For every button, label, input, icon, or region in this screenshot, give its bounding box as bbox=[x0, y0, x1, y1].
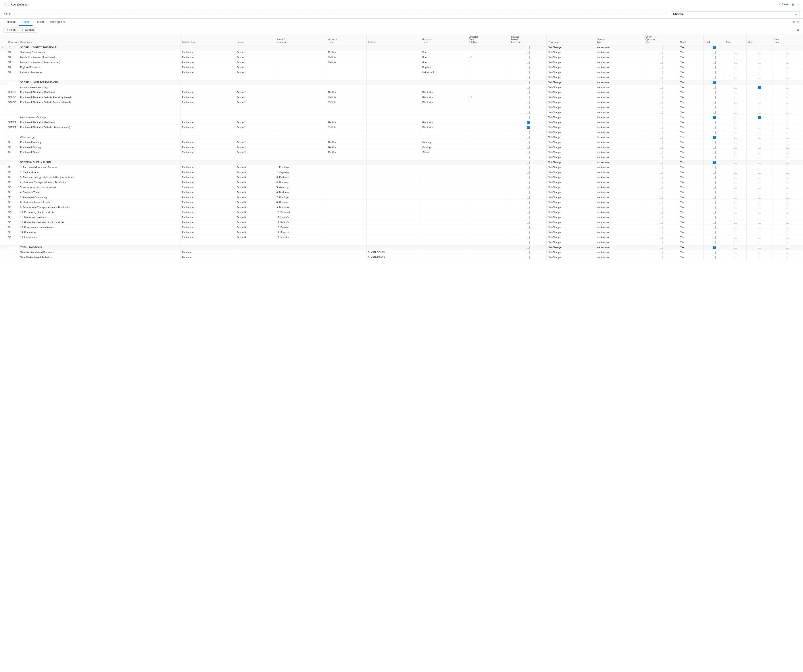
market-checkbox[interactable] bbox=[527, 96, 530, 99]
show-opposite-checkbox[interactable] bbox=[660, 106, 663, 109]
underline-cell[interactable] bbox=[746, 165, 772, 170]
show-opposite-cell[interactable] bbox=[644, 250, 679, 255]
bold-cell[interactable] bbox=[704, 75, 725, 80]
filter-button[interactable]: ▽ bbox=[797, 20, 800, 24]
market-checkbox[interactable] bbox=[527, 81, 530, 84]
italic-cell[interactable] bbox=[725, 100, 746, 105]
new-page-checkbox[interactable] bbox=[786, 91, 789, 94]
market-electricity-cell[interactable] bbox=[510, 190, 547, 195]
italic-cell[interactable] bbox=[725, 70, 746, 75]
bold-cell[interactable] bbox=[704, 230, 725, 235]
italic-cell[interactable] bbox=[725, 220, 746, 225]
show-opposite-checkbox[interactable] bbox=[660, 96, 663, 99]
market-electricity-cell[interactable] bbox=[510, 155, 547, 160]
tab-insert[interactable]: Insert bbox=[34, 19, 47, 26]
show-opposite-checkbox[interactable] bbox=[660, 171, 663, 174]
show-opposite-checkbox[interactable] bbox=[660, 216, 663, 219]
show-opposite-cell[interactable] bbox=[644, 85, 679, 90]
italic-checkbox[interactable] bbox=[734, 51, 737, 54]
italic-checkbox[interactable] bbox=[734, 246, 737, 249]
italic-checkbox[interactable] bbox=[734, 216, 737, 219]
underline-checkbox[interactable] bbox=[758, 126, 761, 129]
show-opposite-cell[interactable] bbox=[644, 245, 679, 250]
underline-cell[interactable] bbox=[746, 175, 772, 180]
underline-checkbox[interactable] bbox=[758, 241, 761, 244]
new-page-cell[interactable] bbox=[772, 110, 803, 115]
italic-checkbox[interactable] bbox=[734, 121, 737, 124]
new-page-cell[interactable] bbox=[772, 210, 803, 215]
italic-checkbox[interactable] bbox=[734, 126, 737, 129]
market-checkbox[interactable] bbox=[527, 91, 530, 94]
bold-checkbox[interactable] bbox=[713, 136, 715, 139]
market-electricity-cell[interactable] bbox=[510, 85, 547, 90]
underline-checkbox[interactable] bbox=[758, 146, 761, 149]
underline-checkbox[interactable] bbox=[758, 226, 761, 229]
italic-checkbox[interactable] bbox=[734, 111, 737, 114]
show-opposite-checkbox[interactable] bbox=[660, 151, 663, 154]
settings-icon-button[interactable]: ⚙ bbox=[796, 28, 800, 32]
italic-checkbox[interactable] bbox=[734, 71, 737, 74]
show-opposite-cell[interactable] bbox=[644, 115, 679, 120]
show-opposite-cell[interactable] bbox=[644, 165, 679, 170]
bold-cell[interactable] bbox=[704, 70, 725, 75]
underline-checkbox[interactable] bbox=[758, 176, 761, 179]
italic-checkbox[interactable] bbox=[734, 206, 737, 209]
new-page-checkbox[interactable] bbox=[786, 166, 789, 169]
italic-checkbox[interactable] bbox=[734, 241, 737, 244]
bold-checkbox[interactable] bbox=[713, 211, 715, 214]
underline-cell[interactable] bbox=[746, 100, 772, 105]
new-page-checkbox[interactable] bbox=[786, 141, 789, 144]
bold-cell[interactable] bbox=[704, 165, 725, 170]
italic-checkbox[interactable] bbox=[734, 161, 737, 164]
italic-cell[interactable] bbox=[725, 180, 746, 185]
bold-checkbox[interactable] bbox=[713, 226, 715, 229]
market-checkbox[interactable] bbox=[527, 186, 530, 189]
new-page-checkbox[interactable] bbox=[786, 221, 789, 224]
show-opposite-checkbox[interactable] bbox=[660, 206, 663, 209]
italic-checkbox[interactable] bbox=[734, 106, 737, 109]
new-page-cell[interactable] bbox=[772, 235, 803, 240]
market-electricity-cell[interactable] bbox=[510, 115, 547, 120]
italic-cell[interactable] bbox=[725, 225, 746, 230]
market-checkbox[interactable] bbox=[527, 156, 530, 159]
show-opposite-checkbox[interactable] bbox=[660, 196, 663, 199]
bold-cell[interactable] bbox=[704, 115, 725, 120]
italic-checkbox[interactable] bbox=[734, 56, 737, 59]
italic-checkbox[interactable] bbox=[734, 81, 737, 84]
bold-checkbox[interactable] bbox=[713, 186, 715, 189]
underline-checkbox[interactable] bbox=[758, 161, 761, 164]
bold-checkbox[interactable] bbox=[713, 141, 715, 144]
market-electricity-cell[interactable] bbox=[510, 160, 547, 165]
market-electricity-cell[interactable] bbox=[510, 220, 547, 225]
bold-checkbox[interactable] bbox=[713, 251, 715, 254]
underline-checkbox[interactable] bbox=[758, 206, 761, 209]
new-page-cell[interactable] bbox=[772, 105, 803, 110]
underline-checkbox[interactable] bbox=[758, 71, 761, 74]
italic-cell[interactable] bbox=[725, 135, 746, 140]
italic-checkbox[interactable] bbox=[734, 91, 737, 94]
underline-checkbox[interactable] bbox=[758, 186, 761, 189]
market-electricity-cell[interactable] bbox=[510, 240, 547, 245]
new-page-cell[interactable] bbox=[772, 155, 803, 160]
new-page-checkbox[interactable] bbox=[786, 191, 789, 194]
bold-cell[interactable] bbox=[704, 125, 725, 130]
market-checkbox[interactable] bbox=[527, 171, 530, 174]
italic-cell[interactable] bbox=[725, 105, 746, 110]
underline-cell[interactable] bbox=[746, 145, 772, 150]
underline-cell[interactable] bbox=[746, 50, 772, 55]
bold-cell[interactable] bbox=[704, 175, 725, 180]
italic-cell[interactable] bbox=[725, 175, 746, 180]
italic-cell[interactable] bbox=[725, 45, 746, 50]
new-page-cell[interactable] bbox=[772, 120, 803, 125]
show-opposite-cell[interactable] bbox=[644, 215, 679, 220]
share-button[interactable]: ⧉ bbox=[793, 20, 795, 24]
underline-cell[interactable] bbox=[746, 95, 772, 100]
show-opposite-checkbox[interactable] bbox=[660, 131, 663, 134]
show-opposite-checkbox[interactable] bbox=[660, 181, 663, 184]
bold-cell[interactable] bbox=[704, 210, 725, 215]
show-opposite-cell[interactable] bbox=[644, 220, 679, 225]
italic-cell[interactable] bbox=[725, 60, 746, 65]
bold-cell[interactable] bbox=[704, 205, 725, 210]
new-page-cell[interactable] bbox=[772, 170, 803, 175]
underline-cell[interactable] bbox=[746, 70, 772, 75]
